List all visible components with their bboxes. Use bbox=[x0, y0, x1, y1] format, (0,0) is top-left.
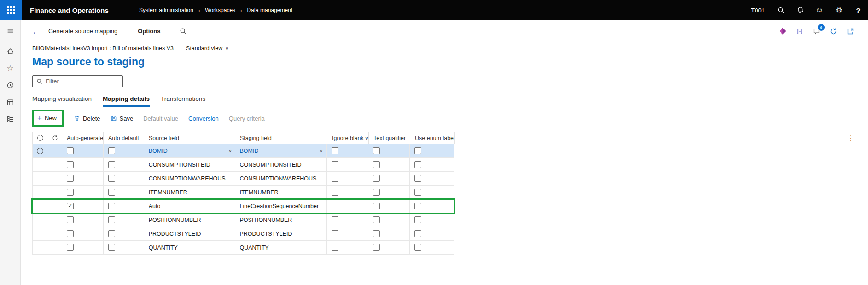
use-enum-label-checkbox[interactable] bbox=[414, 203, 421, 209]
staging-field-cell[interactable]: BOMID∨ bbox=[236, 144, 327, 157]
filter-field[interactable] bbox=[32, 75, 123, 87]
tab-transformations[interactable]: Transformations bbox=[161, 95, 205, 107]
use-enum-label-cell[interactable] bbox=[410, 144, 454, 157]
auto-default-cell[interactable] bbox=[104, 158, 145, 171]
auto-generated-checkbox[interactable] bbox=[67, 175, 74, 182]
auto-default-checkbox[interactable] bbox=[108, 244, 115, 251]
column-header-auto-default[interactable]: Auto default bbox=[104, 132, 145, 144]
source-field-cell[interactable]: BOMID∨ bbox=[145, 144, 236, 157]
search-button[interactable] bbox=[771, 0, 791, 20]
delete-button[interactable]: Delete bbox=[74, 115, 100, 122]
auto-generated-checkbox[interactable] bbox=[67, 161, 74, 168]
source-field-cell[interactable]: Auto bbox=[145, 199, 236, 213]
source-field-cell[interactable]: QUANTITY bbox=[145, 241, 236, 254]
auto-generated-checkbox[interactable] bbox=[67, 216, 74, 223]
row-select-cell[interactable] bbox=[33, 227, 48, 240]
action-pane-search-button[interactable] bbox=[180, 28, 186, 35]
ignore-blank-cell[interactable] bbox=[327, 158, 368, 171]
recent-button[interactable] bbox=[2, 79, 18, 92]
auto-generated-checkbox[interactable]: ✓ bbox=[67, 203, 74, 209]
use-enum-label-cell[interactable] bbox=[410, 241, 454, 254]
text-qualifier-checkbox[interactable] bbox=[373, 189, 380, 196]
staging-field-cell[interactable]: LineCreationSequenceNumber bbox=[236, 199, 327, 213]
text-qualifier-checkbox[interactable] bbox=[373, 216, 380, 223]
staging-field-cell[interactable]: ITEMNUMBER bbox=[236, 186, 327, 199]
auto-default-cell[interactable] bbox=[104, 227, 145, 240]
open-in-new-window-button[interactable] bbox=[845, 26, 856, 37]
staging-field-cell[interactable]: POSITIONNUMBER bbox=[236, 213, 327, 227]
auto-generated-cell[interactable] bbox=[62, 158, 104, 171]
use-enum-label-cell[interactable] bbox=[410, 186, 454, 199]
staging-field-cell[interactable]: CONSUMPTIONWAREHOUSEID bbox=[236, 172, 327, 185]
ignore-blank-checkbox[interactable] bbox=[332, 189, 338, 196]
text-qualifier-checkbox[interactable] bbox=[373, 203, 380, 209]
grid-row[interactable]: QUANTITYQUANTITY bbox=[32, 241, 454, 255]
text-qualifier-checkbox[interactable] bbox=[373, 175, 380, 182]
grid-row[interactable]: ✓AutoLineCreationSequenceNumber bbox=[32, 199, 454, 213]
chevron-down-icon[interactable]: ∨ bbox=[317, 148, 323, 153]
ignore-blank-cell[interactable] bbox=[327, 186, 368, 199]
staging-field-cell[interactable]: CONSUMPTIONSITEID bbox=[236, 158, 327, 171]
use-enum-label-checkbox[interactable] bbox=[414, 189, 421, 196]
use-enum-label-cell[interactable] bbox=[410, 199, 454, 213]
query-criteria-button[interactable]: Query criteria bbox=[229, 115, 265, 122]
auto-default-checkbox[interactable] bbox=[108, 147, 115, 154]
auto-default-checkbox[interactable] bbox=[108, 175, 115, 182]
auto-generated-cell[interactable] bbox=[62, 213, 104, 227]
ignore-blank-cell[interactable] bbox=[327, 172, 368, 185]
text-qualifier-checkbox[interactable] bbox=[373, 230, 380, 237]
column-header-use-enum-label[interactable]: Use enum label bbox=[410, 132, 455, 144]
grid-options-icon[interactable]: ⋮ bbox=[847, 134, 854, 142]
filter-input[interactable] bbox=[46, 78, 127, 85]
use-enum-label-checkbox[interactable] bbox=[414, 161, 421, 168]
column-header-auto-generated[interactable]: Auto-generated bbox=[62, 132, 104, 144]
auto-generated-checkbox[interactable] bbox=[67, 189, 74, 196]
row-select-cell[interactable] bbox=[33, 213, 48, 227]
ignore-blank-checkbox[interactable] bbox=[332, 147, 338, 154]
default-value-button[interactable]: Default value bbox=[143, 115, 178, 122]
ignore-blank-checkbox[interactable] bbox=[332, 175, 338, 182]
conversion-button[interactable]: Conversion bbox=[188, 115, 219, 122]
text-qualifier-cell[interactable] bbox=[368, 186, 410, 199]
settings-button[interactable]: ⚙ bbox=[829, 0, 849, 20]
use-enum-label-cell[interactable] bbox=[410, 158, 454, 171]
column-header-text-qualifier[interactable]: Text qualifier bbox=[369, 132, 410, 144]
favorites-button[interactable]: ☆ bbox=[2, 62, 18, 75]
view-selector[interactable]: Standard view ∨ bbox=[186, 45, 229, 52]
source-field-cell[interactable]: PRODUCTSTYLEID bbox=[145, 227, 236, 240]
auto-default-cell[interactable] bbox=[104, 213, 145, 227]
ignore-blank-cell[interactable] bbox=[327, 227, 368, 240]
select-all-column-header[interactable] bbox=[33, 132, 48, 144]
app-launcher-button[interactable] bbox=[0, 0, 22, 20]
use-enum-label-checkbox[interactable] bbox=[414, 244, 421, 251]
text-qualifier-checkbox[interactable] bbox=[373, 244, 380, 251]
grid-row[interactable]: BOMID∨BOMID∨ bbox=[32, 144, 454, 158]
status-column-header[interactable] bbox=[48, 132, 62, 144]
auto-default-checkbox[interactable] bbox=[108, 230, 115, 237]
ignore-blank-checkbox[interactable] bbox=[332, 161, 338, 168]
ignore-blank-checkbox[interactable] bbox=[332, 244, 338, 251]
text-qualifier-cell[interactable] bbox=[368, 172, 410, 185]
ignore-blank-checkbox[interactable] bbox=[332, 203, 338, 209]
ignore-blank-cell[interactable] bbox=[327, 213, 368, 227]
company-selector[interactable]: T001 bbox=[745, 7, 771, 14]
grid-row[interactable]: ITEMNUMBERITEMNUMBER bbox=[32, 186, 454, 199]
breadcrumb-item-system-administration[interactable]: System administration bbox=[139, 7, 193, 13]
auto-default-checkbox[interactable] bbox=[108, 161, 115, 168]
text-qualifier-cell[interactable] bbox=[368, 241, 410, 254]
auto-generated-cell[interactable] bbox=[62, 227, 104, 240]
auto-generated-checkbox[interactable] bbox=[67, 147, 74, 154]
auto-default-cell[interactable] bbox=[104, 199, 145, 213]
chevron-down-icon[interactable]: ∨ bbox=[226, 148, 232, 153]
auto-generated-cell[interactable]: ✓ bbox=[62, 199, 104, 213]
column-header-staging-field[interactable]: Staging field bbox=[236, 132, 327, 144]
row-select-cell[interactable] bbox=[33, 241, 48, 254]
auto-default-cell[interactable] bbox=[104, 241, 145, 254]
source-field-cell[interactable]: ITEMNUMBER bbox=[145, 186, 236, 199]
staging-field-cell[interactable]: PRODUCTSTYLEID bbox=[236, 227, 327, 240]
text-qualifier-cell[interactable] bbox=[368, 158, 410, 171]
auto-default-cell[interactable] bbox=[104, 186, 145, 199]
auto-generated-cell[interactable] bbox=[62, 144, 104, 157]
use-enum-label-checkbox[interactable] bbox=[414, 175, 421, 182]
auto-default-checkbox[interactable] bbox=[108, 216, 115, 223]
